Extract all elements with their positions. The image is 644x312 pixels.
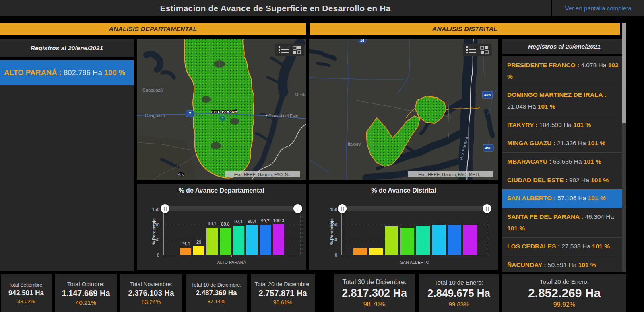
- x-tick: [415, 255, 415, 257]
- bar-0[interactable]: 24,4: [180, 248, 191, 255]
- bar-value-label: 98,4: [248, 219, 256, 224]
- list-item[interactable]: ALTO PARANÁ : 802.786 Ha 100 %: [0, 60, 134, 85]
- bar-value-label: 24,4: [181, 241, 190, 246]
- item-percent: 101 %: [588, 140, 605, 146]
- slider-handle-left[interactable]: [161, 204, 169, 213]
- list-item[interactable]: SANTA FE DEL PARANA : 46.304 Ha 101 %: [502, 208, 626, 238]
- bar-7[interactable]: 100,3: [273, 224, 284, 255]
- bar-5[interactable]: [432, 225, 446, 255]
- x-axis-label: SAN ALBERTO: [341, 260, 488, 265]
- scrollbar-thumb[interactable]: [622, 23, 626, 123]
- list-item[interactable]: PRESIDENTE FRANCO : 4.078 Ha 102 %: [502, 56, 626, 86]
- item-value: 4.078 Ha: [581, 62, 606, 68]
- legend-button[interactable]: [279, 46, 289, 53]
- item-percent: 101 %: [592, 243, 610, 250]
- item-name: LOS CEDRALES: [507, 243, 556, 250]
- bar-3[interactable]: [400, 228, 414, 255]
- list-item[interactable]: MBARACAYU : 63.635 Ha 101 %: [502, 153, 626, 171]
- slider-handle-right[interactable]: [293, 204, 302, 213]
- svg-text:Esri, HERE, Garmin, FAO, METI.: Esri, HERE, Garmin, FAO, METI...: [418, 172, 483, 177]
- item-name: MINGA GUAZU: [507, 140, 552, 146]
- section-header-distrital: ANALISIS DISTRITAL: [310, 23, 620, 35]
- y-axis-label: % Porcentaje: [151, 213, 156, 250]
- y-tick: 150: [147, 207, 159, 212]
- map-distrital[interactable]: Itakyry Rio Paraná 16 495 495: [309, 39, 498, 180]
- total-card-30-diciembre: Total 30 de Diciembre: 2.817.302 Ha 98.7…: [334, 274, 415, 312]
- distrital-list: PRESIDENTE FRANCO : 4.078 Ha 102 %DOMING…: [502, 56, 626, 272]
- page-title: Estimacion de Avance de Superficie en De…: [160, 4, 391, 13]
- scrollbar-track[interactable]: [622, 23, 626, 272]
- bar-2[interactable]: 90,1: [206, 228, 218, 255]
- bar-6[interactable]: 99,7: [260, 225, 271, 255]
- item-name: PRESIDENTE FRANCO: [507, 62, 576, 68]
- fullscreen-panel: Ver en pantalla completa: [552, 0, 644, 16]
- bar-1[interactable]: [369, 248, 383, 255]
- total-card-20-enero: Total 20 de Enero: 2.852.269 Ha 99.92%: [502, 274, 626, 312]
- city-label: Allo: [178, 172, 184, 177]
- total-card-20-diciembre: Total 20 de Diciembre: 2.757.871 Ha 96.6…: [251, 274, 315, 312]
- item-separator: :: [576, 62, 581, 68]
- item-separator: :: [57, 68, 64, 77]
- total-value: 1.147.669 Ha: [62, 289, 110, 298]
- fullscreen-link[interactable]: Ver en pantalla completa: [565, 5, 631, 12]
- item-separator: :: [556, 243, 561, 250]
- bar-6[interactable]: [448, 225, 461, 255]
- slider-handle-right[interactable]: [483, 204, 491, 213]
- item-value: 802.786 Ha: [64, 68, 102, 77]
- list-item[interactable]: ITAKYRY : 104.599 Ha 101 %: [502, 116, 626, 135]
- bar-0[interactable]: [353, 248, 367, 255]
- x-axis-label: ALTO PARANÁ: [163, 260, 300, 265]
- item-separator: :: [552, 140, 557, 146]
- legend-button[interactable]: [466, 46, 476, 53]
- map-attribution: Esri, HERE, Garmin, FAO, N...: [225, 171, 300, 177]
- category-range-slider[interactable]: [165, 206, 298, 211]
- bar-5[interactable]: 98,4: [246, 225, 258, 255]
- item-percent: 101 %: [584, 158, 601, 165]
- svg-text:Esri, HERE, Garmin, FAO, N...: Esri, HERE, Garmin, FAO, N...: [234, 172, 291, 177]
- plot-area: 24,42990,188,897,198,499,7100,3: [163, 209, 301, 255]
- route-shield-495: 495: [482, 91, 493, 98]
- y-tick: 150: [325, 207, 337, 212]
- bar-value-label: 100,3: [273, 218, 284, 223]
- list-item[interactable]: DOMINGO MARTINEZ DE IRALA : 21.048 Ha 10…: [502, 86, 626, 116]
- x-tick: [231, 255, 232, 257]
- list-item[interactable]: CIUDAD DEL ESTE : 902 Ha 101 %: [502, 171, 626, 190]
- item-separator: :: [534, 121, 539, 128]
- total-value: 942.501 Ha: [8, 289, 44, 297]
- map-departamental[interactable]: 7 7 Caaguazú Caaguazú Medianeir Ciudad d…: [137, 39, 306, 180]
- total-label: Total 20 de Enero:: [540, 278, 589, 285]
- total-value: 2.376.103 Ha: [128, 289, 174, 298]
- bar-4[interactable]: [416, 226, 430, 255]
- registros-header-departamental: Registros al 20/ene/2021: [0, 39, 134, 57]
- list-item[interactable]: ÑACUNDAY : 50.591 Ha 101 %: [502, 256, 626, 272]
- bar-2[interactable]: [385, 226, 398, 255]
- region-label: ALTO PARANÁ: [211, 110, 237, 114]
- total-label: Total Setiembre:: [9, 282, 44, 288]
- item-name: CIUDAD DEL ESTE: [507, 177, 564, 183]
- item-separator: :: [564, 177, 569, 183]
- total-card-10-diciembre: Total 10 de Diciembre: 2.487.369 Ha 87.1…: [186, 274, 247, 312]
- total-label: Total 20 de Diciembre:: [255, 281, 311, 287]
- chart-title: % de Avance Distrital: [309, 187, 498, 194]
- total-percent: 96.61%: [273, 299, 292, 306]
- bar-7[interactable]: [463, 225, 477, 255]
- total-label: Total Octubre:: [67, 281, 105, 287]
- item-name: ALTO PARANÁ: [4, 68, 57, 77]
- total-percent: 83.24%: [142, 299, 161, 305]
- total-percent: 99.83%: [449, 301, 469, 308]
- bar-value-label: 97,1: [234, 219, 243, 224]
- category-range-slider[interactable]: [342, 206, 487, 211]
- item-name: ÑACUNDAY: [507, 261, 542, 268]
- bar-1[interactable]: 29: [193, 246, 204, 255]
- list-item[interactable]: SAN ALBERTO : 57.106 Ha 101 %: [502, 189, 626, 208]
- bar-3[interactable]: 88,8: [220, 228, 231, 255]
- total-label: Total Noviembre:: [130, 281, 172, 287]
- total-value: 2.849.675 Ha: [427, 287, 490, 300]
- y-tick: 50: [147, 237, 159, 242]
- chart-distrital: % de Avance Distrital % Porcentaje 150 1…: [309, 184, 498, 270]
- total-value: 2.852.269 Ha: [528, 286, 601, 300]
- slider-handle-left[interactable]: [338, 204, 347, 213]
- list-item[interactable]: MINGA GUAZU : 21.336 Ha 101 %: [502, 134, 626, 153]
- list-item[interactable]: LOS CEDRALES : 27.538 Ha 101 %: [502, 238, 626, 256]
- bar-4[interactable]: 97,1: [233, 226, 244, 255]
